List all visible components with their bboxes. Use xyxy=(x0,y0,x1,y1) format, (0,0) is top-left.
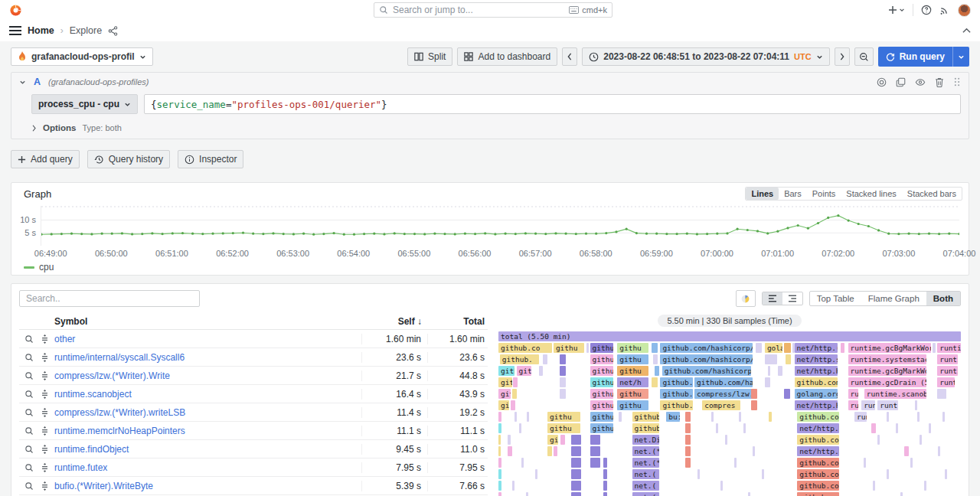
flame-block[interactable] xyxy=(716,423,718,433)
flame-block[interactable]: run xyxy=(854,412,867,422)
flame-block[interactable] xyxy=(778,366,782,376)
flame-block[interactable] xyxy=(526,492,528,496)
row-search-icon[interactable] xyxy=(22,334,36,344)
collapse-query-icon[interactable] xyxy=(19,79,26,86)
align-left-button[interactable] xyxy=(763,292,782,305)
flame-block[interactable] xyxy=(512,389,517,399)
flame-block[interactable]: runt: xyxy=(937,377,955,387)
help-icon[interactable] xyxy=(921,5,932,15)
flame-block[interactable] xyxy=(910,458,913,468)
flame-block[interactable]: github.com/hashicorp/memberli xyxy=(662,366,752,376)
flame-block[interactable]: githu xyxy=(617,400,648,410)
time-series-plot[interactable] xyxy=(41,206,959,246)
row-search-icon[interactable] xyxy=(22,445,36,454)
view-flame-graph[interactable]: Flame Graph xyxy=(861,292,926,305)
flame-block[interactable]: runtime.gcDrain (55.5 xyxy=(848,377,927,387)
flame-block[interactable]: github.c xyxy=(660,400,693,410)
flame-block[interactable] xyxy=(652,377,658,387)
flame-block[interactable]: github.c xyxy=(632,412,659,422)
remove-query-trash-icon[interactable] xyxy=(935,77,944,87)
flame-block[interactable] xyxy=(748,492,750,496)
flame-block[interactable]: net/h xyxy=(617,377,648,387)
row-sandwich-view-icon[interactable] xyxy=(38,353,51,362)
duplicate-query-icon[interactable] xyxy=(896,77,906,87)
flame-block[interactable]: golang.org/x xyxy=(795,389,838,399)
symbol-link[interactable]: bufio.(*Writer).WriteByte xyxy=(54,481,362,491)
zoom-out-button[interactable] xyxy=(854,47,874,66)
hide-response-eye-icon[interactable] xyxy=(915,77,926,87)
flame-block[interactable]: github.com/g xyxy=(797,435,838,445)
flame-block[interactable] xyxy=(900,492,903,496)
row-search-icon[interactable] xyxy=(22,481,36,491)
flame-block[interactable] xyxy=(539,366,543,376)
flame-block[interactable] xyxy=(498,458,501,468)
flame-block[interactable] xyxy=(933,343,936,353)
flame-block[interactable]: net/http.Han xyxy=(797,446,838,456)
flame-block[interactable]: gi: xyxy=(547,435,558,445)
flame-block[interactable] xyxy=(768,366,771,376)
flame-block[interactable]: git xyxy=(498,400,509,410)
flame-block[interactable]: git xyxy=(498,389,511,399)
symbol-link[interactable]: runtime.memclrNoHeapPointers xyxy=(54,426,362,436)
flame-block[interactable] xyxy=(877,435,880,445)
column-total[interactable]: Total xyxy=(428,316,488,327)
flame-block[interactable]: runtin xyxy=(937,354,958,364)
flame-block[interactable]: github.com/g xyxy=(795,377,838,387)
flame-block[interactable] xyxy=(904,446,908,456)
symbol-link[interactable]: compress/lzw.(*Writer).Write xyxy=(54,370,362,381)
query-options-toggle[interactable]: Options Type: both xyxy=(11,119,969,139)
flame-block[interactable] xyxy=(784,343,792,353)
flame-block[interactable] xyxy=(945,469,947,479)
flame-block[interactable] xyxy=(751,389,756,399)
flame-block[interactable] xyxy=(762,469,764,479)
flame-block[interactable]: golan xyxy=(765,343,783,353)
flame-block[interactable]: compres xyxy=(702,400,740,410)
flame-block[interactable] xyxy=(873,481,875,491)
flame-block[interactable] xyxy=(603,492,607,496)
flame-block[interactable] xyxy=(498,481,501,491)
add-query-button[interactable]: Add query xyxy=(11,150,80,168)
flame-block[interactable] xyxy=(887,412,889,422)
flame-block[interactable]: githu xyxy=(590,423,613,433)
datasource-help-icon[interactable] xyxy=(877,77,887,87)
flame-block[interactable]: net.( xyxy=(632,492,659,496)
flame-block[interactable] xyxy=(560,377,566,387)
flame-block[interactable] xyxy=(653,354,658,364)
row-sandwich-view-icon[interactable] xyxy=(38,371,51,380)
row-sandwich-view-icon[interactable] xyxy=(38,334,51,344)
breadcrumb-home[interactable]: Home xyxy=(28,25,54,36)
flame-block[interactable]: githu xyxy=(547,423,580,433)
flame-block[interactable]: compress/lzw.(*W xyxy=(694,389,753,399)
flame-block[interactable] xyxy=(498,435,501,445)
flame-block[interactable] xyxy=(739,412,741,422)
row-search-icon[interactable] xyxy=(22,353,36,362)
flame-block[interactable]: runtime.gcBgMarkWorker xyxy=(848,343,932,353)
flame-block[interactable] xyxy=(743,423,746,433)
flame-block[interactable] xyxy=(937,389,946,399)
flame-block[interactable] xyxy=(590,446,601,456)
flame-block[interactable]: githu xyxy=(590,412,613,422)
flame-block[interactable]: runtime.gcBgMarkWorke xyxy=(848,366,927,376)
graph-legend[interactable]: cpu xyxy=(24,262,54,272)
time-back-button[interactable] xyxy=(562,47,577,66)
flame-block[interactable] xyxy=(725,435,727,445)
flame-block[interactable] xyxy=(765,354,777,364)
flame-block[interactable]: runt xyxy=(877,400,898,410)
flame-block[interactable] xyxy=(711,412,714,422)
flame-block[interactable]: net/http.Han xyxy=(795,400,838,410)
flame-block[interactable] xyxy=(784,389,790,399)
add-to-dashboard-button[interactable]: Add to dashboard xyxy=(457,47,557,66)
flame-block[interactable] xyxy=(571,492,580,496)
flame-block[interactable]: github.cc xyxy=(660,377,693,387)
flame-block[interactable]: githu xyxy=(590,400,613,410)
row-search-icon[interactable] xyxy=(22,463,36,472)
user-avatar[interactable] xyxy=(958,4,971,17)
flame-block[interactable] xyxy=(571,446,580,456)
flame-block[interactable]: github.com/f xyxy=(797,469,838,479)
flame-block[interactable] xyxy=(751,400,756,410)
flame-block[interactable]: github.com/g xyxy=(797,492,838,496)
row-sandwich-view-icon[interactable] xyxy=(38,445,51,454)
flame-block[interactable] xyxy=(590,435,601,445)
flame-block[interactable]: net.(* xyxy=(632,458,659,468)
flame-block[interactable] xyxy=(508,435,511,445)
